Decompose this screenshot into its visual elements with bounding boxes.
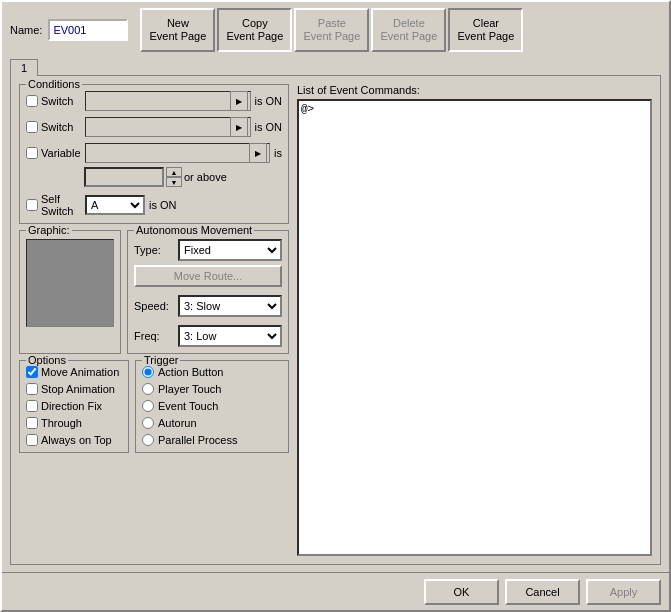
speed-select[interactable]: 1: Slowest2: Slower3: Slow4: Fast5: Fast… — [178, 295, 282, 317]
move-animation-label: Move Animation — [41, 366, 119, 378]
speed-row: Speed: 1: Slowest2: Slower3: Slow4: Fast… — [134, 295, 282, 317]
spin-buttons: ▲ ▼ — [166, 167, 182, 187]
always-on-top-label: Always on Top — [41, 434, 112, 446]
move-animation-row: Move Animation — [26, 366, 122, 378]
top-bar: Name: NewEvent Page CopyEvent Page Paste… — [2, 2, 669, 58]
switch1-label: Switch — [26, 95, 81, 107]
content-grid: Conditions Switch ▶ is ON — [19, 84, 652, 556]
tab-area: 1 — [2, 58, 669, 75]
switch1-status: is ON — [255, 95, 283, 107]
graphic-preview[interactable] — [26, 239, 114, 327]
switch2-checkbox[interactable] — [26, 121, 38, 133]
copy-event-page-button[interactable]: CopyEvent Page — [217, 8, 292, 52]
event-commands-list[interactable]: @> — [297, 99, 652, 556]
stop-animation-label: Stop Animation — [41, 383, 115, 395]
left-panel: Conditions Switch ▶ is ON — [19, 84, 289, 556]
graphic-title: Graphic: — [26, 224, 72, 236]
parallel-process-label: Parallel Process — [158, 434, 237, 446]
variable-text: Variable — [41, 147, 81, 159]
options-title: Options — [26, 354, 68, 366]
spin-down-button[interactable]: ▼ — [166, 177, 182, 187]
type-row: Type: FixedRandomApproachCustom — [134, 239, 282, 261]
tab-1[interactable]: 1 — [10, 59, 38, 76]
self-switch-status: is ON — [149, 199, 177, 211]
parallel-process-radio[interactable] — [142, 434, 154, 446]
self-switch-label: SelfSwitch — [26, 193, 81, 217]
name-section: Name: — [10, 19, 128, 41]
event-touch-radio[interactable] — [142, 400, 154, 412]
name-input[interactable] — [48, 19, 128, 41]
variable-status: is — [274, 147, 282, 159]
graphic-movement-row: Graphic: Autonomous Movement Type: Fixed… — [19, 230, 289, 354]
direction-fix-label: Direction Fix — [41, 400, 102, 412]
switch2-label: Switch — [26, 121, 81, 133]
freq-select[interactable]: 1: Lowest2: Lower3: Low4: High5: Higher6… — [178, 325, 282, 347]
main-content: Conditions Switch ▶ is ON — [10, 75, 661, 565]
speed-label: Speed: — [134, 300, 174, 312]
switch1-checkbox[interactable] — [26, 95, 38, 107]
through-checkbox[interactable] — [26, 417, 38, 429]
trigger-title: Trigger — [142, 354, 180, 366]
event-commands-content: @> — [301, 103, 314, 115]
options-box: Options Move Animation Stop Animation Di… — [19, 360, 129, 453]
trigger-box: Trigger Action Button Player Touch Event… — [135, 360, 289, 453]
freq-label: Freq: — [134, 330, 174, 342]
switch1-input: ▶ — [85, 91, 251, 111]
right-panel: List of Event Commands: @> — [297, 84, 652, 556]
clear-event-page-button[interactable]: ClearEvent Page — [448, 8, 523, 52]
variable-arrow-button[interactable]: ▶ — [249, 143, 267, 163]
switch2-status: is ON — [255, 121, 283, 133]
variable-row: Variable ▶ is — [26, 143, 282, 163]
autorun-label: Autorun — [158, 417, 197, 429]
variable-checkbox[interactable] — [26, 147, 38, 159]
self-switch-text: SelfSwitch — [41, 193, 73, 217]
apply-button[interactable]: Apply — [586, 579, 661, 605]
graphic-box: Graphic: — [19, 230, 121, 354]
switch2-arrow-button[interactable]: ▶ — [230, 117, 248, 137]
event-commands-label: List of Event Commands: — [297, 84, 652, 96]
self-switch-select[interactable]: ABCD — [85, 195, 145, 215]
switch1-arrow-button[interactable]: ▶ — [230, 91, 248, 111]
options-trigger-row: Options Move Animation Stop Animation Di… — [19, 360, 289, 453]
move-animation-checkbox[interactable] — [26, 366, 38, 378]
self-switch-row: SelfSwitch ABCD is ON — [26, 193, 282, 217]
conditions-box: Conditions Switch ▶ is ON — [19, 84, 289, 224]
through-row: Through — [26, 417, 122, 429]
always-on-top-row: Always on Top — [26, 434, 122, 446]
autorun-radio[interactable] — [142, 417, 154, 429]
action-button-radio[interactable] — [142, 366, 154, 378]
player-touch-radio[interactable] — [142, 383, 154, 395]
direction-fix-checkbox[interactable] — [26, 400, 38, 412]
action-button-row: Action Button — [142, 366, 282, 378]
always-on-top-checkbox[interactable] — [26, 434, 38, 446]
switch1-row: Switch ▶ is ON — [26, 91, 282, 111]
or-above-label: or above — [184, 171, 227, 183]
player-touch-row: Player Touch — [142, 383, 282, 395]
through-label: Through — [41, 417, 82, 429]
cancel-button[interactable]: Cancel — [505, 579, 580, 605]
spin-up-button[interactable]: ▲ — [166, 167, 182, 177]
action-button-label: Action Button — [158, 366, 223, 378]
toolbar-buttons: NewEvent Page CopyEvent Page PasteEvent … — [140, 8, 523, 52]
movement-title: Autonomous Movement — [134, 224, 254, 236]
variable-number-input[interactable] — [84, 167, 164, 187]
type-select[interactable]: FixedRandomApproachCustom — [178, 239, 282, 261]
self-switch-checkbox[interactable] — [26, 199, 38, 211]
ok-button[interactable]: OK — [424, 579, 499, 605]
direction-fix-row: Direction Fix — [26, 400, 122, 412]
paste-event-page-button[interactable]: PasteEvent Page — [294, 8, 369, 52]
delete-event-page-button[interactable]: DeleteEvent Page — [371, 8, 446, 52]
movement-box: Autonomous Movement Type: FixedRandomApp… — [127, 230, 289, 354]
new-event-page-button[interactable]: NewEvent Page — [140, 8, 215, 52]
switch2-input: ▶ — [85, 117, 251, 137]
stop-animation-checkbox[interactable] — [26, 383, 38, 395]
move-route-button[interactable]: Move Route... — [134, 265, 282, 287]
name-label: Name: — [10, 24, 42, 36]
event-touch-row: Event Touch — [142, 400, 282, 412]
stop-animation-row: Stop Animation — [26, 383, 122, 395]
parallel-process-row: Parallel Process — [142, 434, 282, 446]
variable-input: ▶ — [85, 143, 270, 163]
freq-row: Freq: 1: Lowest2: Lower3: Low4: High5: H… — [134, 325, 282, 347]
number-wrap: ▲ ▼ or above — [84, 167, 282, 187]
switch1-text: Switch — [41, 95, 73, 107]
